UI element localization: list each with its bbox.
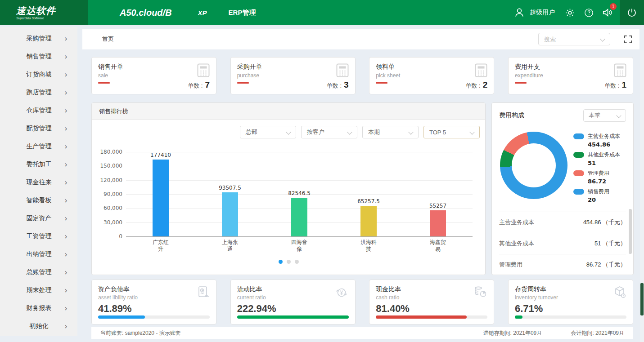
sidebar-item-7[interactable]: 委托加工 › — [0, 155, 77, 173]
sidebar-item-4[interactable]: 仓库管理 › — [0, 102, 77, 120]
expense-donut-chart[interactable] — [500, 132, 567, 199]
sidebar-item-14[interactable]: 期末处理 › — [0, 281, 77, 299]
main: 首页 销售开单 sale 单数 :7 采购开单 p — [82, 29, 639, 342]
legend-chip — [573, 133, 584, 139]
filter-select-2[interactable]: 本期 — [362, 126, 419, 138]
period-select-value: 本季 — [589, 111, 600, 120]
search-input[interactable] — [543, 36, 598, 43]
filter-select-0[interactable]: 总部 — [240, 126, 296, 138]
sidebar-item-label: 初始化 — [14, 322, 64, 330]
bar-1[interactable]: 93507.5 — [195, 152, 265, 236]
chevron-right-icon: › — [64, 71, 68, 79]
donut-legend: 主营业务成本 454.86 其他业务成本 51 管理费用 86.72 销售费用 … — [573, 132, 626, 206]
ratio-card-subtitle: inventory turnover — [515, 294, 626, 301]
carousel-dot-1[interactable] — [287, 260, 291, 264]
app-window: 速达软件 Superdata Software A50.cloud/B XP E… — [0, 0, 644, 342]
legend-item: 销售费用 20 — [573, 188, 626, 203]
breadcrumb-home-tab[interactable]: 首页 — [102, 35, 114, 43]
sidebar-item-12[interactable]: 出纳管理 › — [0, 245, 77, 263]
calculator-icon — [336, 63, 349, 77]
sidebar-item-11[interactable]: 工资管理 › — [0, 227, 77, 245]
topbar: 首页 — [82, 29, 639, 49]
sidebar-item-3[interactable]: 跑店管理 › — [0, 84, 77, 102]
speaker-icon[interactable]: 1 — [598, 0, 617, 25]
sidebar-item-5[interactable]: 配货管理 › — [0, 120, 77, 138]
stat-card-title: 采购开单 — [237, 63, 349, 71]
user-icon[interactable] — [510, 0, 529, 25]
sidebar-item-8[interactable]: 现金往来 › — [0, 173, 77, 191]
sidebar-item-0[interactable]: 采购管理 › — [0, 30, 77, 48]
sidebar-item-13[interactable]: 总账管理 › — [0, 263, 77, 281]
red-dash — [98, 82, 110, 84]
filter-value: 本期 — [368, 128, 380, 136]
ratio-progress-track — [376, 315, 487, 319]
sidebar: 采购管理 › 销售管理 › 订货商城 › 跑店管理 › 仓库管理 › 配货管理 … — [0, 27, 77, 336]
stat-card-1[interactable]: 采购开单 purchase 单数 :3 — [230, 57, 356, 94]
page-scrollbar[interactable] — [640, 50, 644, 342]
sidebar-item-label: 财务报表 — [14, 304, 64, 312]
username[interactable]: 超级用户 — [530, 9, 555, 17]
stat-card-subtitle: purchase — [237, 72, 349, 79]
stat-card-count: 单数 :7 — [188, 80, 210, 90]
filter-select-3[interactable]: TOP 5 — [423, 126, 480, 138]
expense-row-label: 主营业务成本 — [499, 218, 534, 227]
carousel-dot-2[interactable] — [295, 260, 299, 264]
help-icon[interactable] — [579, 0, 598, 25]
fullscreen-button[interactable] — [624, 35, 632, 44]
legend-label: 管理费用 — [588, 169, 609, 177]
expense-row-label: 其他业务成本 — [499, 240, 534, 248]
stat-card-subtitle: pick sheet — [376, 72, 487, 79]
period-select[interactable]: 本季 — [583, 109, 626, 122]
stat-card-0[interactable]: 销售开单 sale 单数 :7 — [91, 57, 216, 94]
chevron-right-icon: › — [64, 179, 68, 187]
stat-card-subtitle: expenditure — [515, 72, 626, 79]
bar-2[interactable]: 82546.5 — [265, 152, 334, 236]
ratio-card-value: 222.94% — [237, 303, 349, 315]
chevron-right-icon: › — [64, 161, 68, 169]
sidebar-item-2[interactable]: 订货商城 › — [0, 66, 77, 84]
sidebar-item-16[interactable]: 初始化 › — [0, 317, 77, 335]
report-pie-icon — [196, 285, 210, 301]
filter-select-1[interactable]: 按客户 — [301, 126, 357, 138]
expense-row: 管理费用 86.72 （千元） — [499, 254, 626, 275]
chevron-right-icon: › — [64, 215, 68, 222]
bar-3[interactable]: 65257.5 — [334, 152, 403, 236]
chevron-right-icon: › — [64, 35, 68, 43]
sidebar-item-1[interactable]: 销售管理 › — [0, 48, 77, 66]
panel-scrollbar-thumb[interactable] — [629, 209, 632, 254]
bar-category-label: 广东红升 — [126, 239, 195, 253]
power-button[interactable] — [620, 0, 644, 25]
chevron-down-icon — [600, 36, 605, 41]
ratio-card-0: 资产负债率 asset libility ratio 41.89% — [91, 280, 216, 324]
page-scrollbar-thumb[interactable] — [640, 283, 644, 315]
edition-label: XP — [198, 9, 207, 17]
stock-period: 进销存期间: 2021年09月 — [483, 329, 542, 337]
stat-card-3[interactable]: 费用开支 expenditure 单数 :1 — [508, 57, 633, 94]
sidebar-item-label: 跑店管理 — [14, 89, 64, 97]
sidebar-item-15[interactable]: 财务报表 › — [0, 299, 77, 317]
count-value: 2 — [483, 80, 488, 90]
chevron-down-icon — [347, 129, 352, 134]
sidebar-item-10[interactable]: 固定资产 › — [0, 209, 77, 227]
logo[interactable]: 速达软件 Superdata Software — [0, 0, 88, 25]
carousel-dot-0[interactable] — [279, 260, 283, 264]
sidebar-item-9[interactable]: 智能看板 › — [0, 191, 77, 209]
module-label[interactable]: ERP管理 — [229, 9, 256, 17]
carousel-dots — [92, 260, 485, 264]
legend-label: 销售费用 — [588, 188, 609, 195]
bar-0[interactable]: 177410 — [126, 152, 195, 236]
coins-pie-icon — [473, 285, 487, 301]
search-select[interactable] — [538, 33, 610, 45]
chevron-down-icon — [469, 129, 474, 134]
chevron-right-icon: › — [64, 53, 68, 61]
sidebar-item-6[interactable]: 生产管理 › — [0, 138, 77, 155]
bar-4[interactable]: 55257 — [403, 152, 473, 236]
sidebar-item-label: 总账管理 — [14, 268, 64, 276]
sidebar-item-label: 仓库管理 — [14, 107, 64, 115]
legend-item: 主营业务成本 454.86 — [573, 133, 626, 148]
expense-row-value: 51 （千元） — [594, 240, 626, 248]
bar-chart: 180,000150,000120,00090,00060,00030,0000… — [98, 152, 473, 237]
stat-card-2[interactable]: 领料单 pick sheet 单数 :2 — [369, 57, 494, 94]
ratio-card-subtitle: asset libility ratio — [98, 294, 210, 301]
gear-icon[interactable] — [560, 0, 579, 25]
